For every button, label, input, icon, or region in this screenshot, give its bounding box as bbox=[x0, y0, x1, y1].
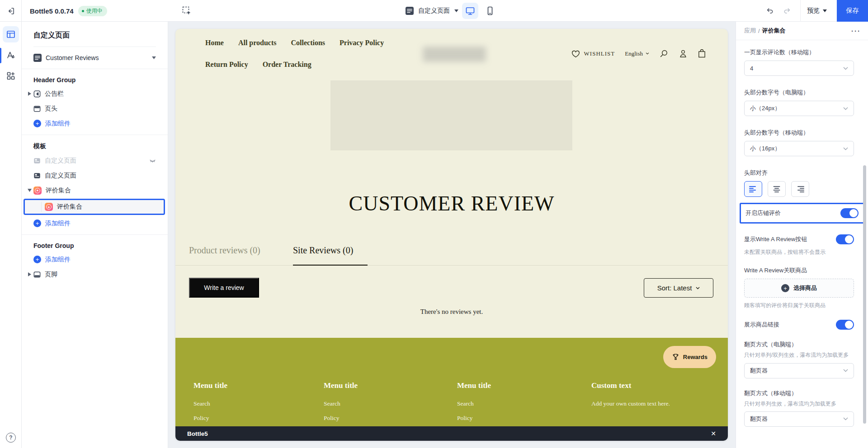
sidebar-item-announcement-bar[interactable]: 公告栏 bbox=[22, 86, 168, 101]
hidden-eye-icon[interactable] bbox=[149, 157, 156, 164]
section-footer-group: Footer Group bbox=[22, 235, 168, 252]
nav-link-all-products[interactable]: All products bbox=[238, 39, 277, 47]
apps-tool-button[interactable] bbox=[3, 68, 19, 84]
header-align-buttons bbox=[744, 181, 854, 197]
select-value: 翻页器 bbox=[750, 367, 768, 375]
layers-sidebar: 自定义页面 Customer Reviews Header Group 公告栏 … bbox=[22, 22, 168, 448]
chevron-down-icon[interactable] bbox=[26, 189, 33, 192]
image-placeholder bbox=[330, 80, 572, 150]
undo-button[interactable] bbox=[763, 4, 777, 18]
wishlist-link[interactable]: WISHLIST bbox=[571, 49, 615, 58]
enable-store-review-row-highlighted: 开启店铺评价 bbox=[740, 203, 865, 224]
sidebar-item-page-footer[interactable]: 页脚 bbox=[22, 267, 168, 282]
sidebar-item-review-collection[interactable]: ★ 评价集合 bbox=[22, 183, 168, 198]
tab-site-reviews[interactable]: Site Reviews (0) bbox=[293, 245, 353, 256]
branding-label: Bottle5 bbox=[187, 430, 208, 437]
page-dropdown[interactable]: Customer Reviews bbox=[22, 47, 168, 69]
account-icon[interactable] bbox=[679, 49, 688, 58]
sort-dropdown[interactable]: Sort: Latest bbox=[644, 278, 713, 298]
settings-breadcrumb: 应用 / 评价集合 ··· bbox=[736, 22, 868, 40]
chevron-down-icon bbox=[843, 417, 848, 420]
search-icon[interactable] bbox=[659, 49, 669, 58]
sidebar-item-page-header[interactable]: 页头 bbox=[22, 101, 168, 116]
panel-scrollbar-thumb[interactable] bbox=[863, 165, 866, 424]
show-product-link-toggle[interactable] bbox=[836, 320, 854, 330]
breadcrumb-root[interactable]: 应用 bbox=[744, 27, 756, 35]
preview-button[interactable]: 预览 bbox=[807, 7, 827, 15]
field-helper-text: 未配置关联商品，按钮将不会显示 bbox=[744, 248, 854, 256]
rewards-widget-button[interactable]: Rewards bbox=[663, 346, 716, 368]
header-score-size-mobile-select[interactable]: 小（16px） bbox=[744, 141, 854, 156]
add-component-button-template[interactable]: + 添加组件 bbox=[22, 216, 168, 231]
align-center-button[interactable] bbox=[768, 181, 786, 197]
storefront-preview: Home All products Collections Privacy Po… bbox=[175, 29, 728, 441]
footer-link-policy[interactable]: Policy bbox=[324, 415, 437, 422]
nav-link-privacy-policy[interactable]: Privacy Policy bbox=[340, 39, 384, 47]
sidebar-item-label: 页头 bbox=[45, 105, 57, 113]
footer-link-search[interactable]: Search bbox=[193, 400, 307, 407]
mobile-view-button[interactable] bbox=[482, 3, 498, 19]
pagination-mobile-select[interactable]: 翻页器 bbox=[744, 411, 854, 427]
page-dropdown-value: Customer Reviews bbox=[46, 54, 148, 61]
show-write-review-toggle[interactable] bbox=[836, 234, 854, 244]
chevron-right-icon[interactable] bbox=[26, 92, 33, 96]
sidebar-item-custom-page[interactable]: 自定义页面 bbox=[22, 168, 168, 183]
language-value: English bbox=[625, 50, 643, 57]
field-label: Write A Review关联商品 bbox=[744, 266, 854, 275]
nav-link-order-tracking[interactable]: Order Tracking bbox=[263, 61, 311, 69]
chevron-down-icon bbox=[823, 9, 827, 12]
nav-link-return-policy[interactable]: Return Policy bbox=[205, 61, 248, 69]
settings-panel: 应用 / 评价集合 ··· 一页显示评论数（移动端） 4 头部分数字号（电脑端）… bbox=[736, 22, 868, 448]
chevron-right-icon[interactable] bbox=[26, 272, 33, 276]
footer-link-search[interactable]: Search bbox=[324, 400, 437, 407]
redo-button[interactable] bbox=[780, 4, 794, 18]
footer-menu-column: Menu title Search Policy bbox=[457, 381, 570, 429]
footer-link-search[interactable]: Search bbox=[457, 400, 570, 407]
plus-circle-icon: + bbox=[781, 284, 789, 292]
chevron-down-icon bbox=[646, 52, 649, 55]
add-component-button-header[interactable]: + 添加组件 bbox=[22, 116, 168, 131]
settings-body: 一页显示评论数（移动端） 4 头部分数字号（电脑端） 小（24px） 头部分数字… bbox=[736, 40, 868, 427]
save-button[interactable]: 保存 bbox=[837, 0, 868, 22]
align-right-button[interactable] bbox=[791, 181, 809, 197]
theme-styles-tool-button[interactable] bbox=[3, 47, 19, 63]
page-card-icon bbox=[33, 172, 41, 179]
chevron-down-icon bbox=[843, 147, 848, 150]
pagination-desktop-select[interactable]: 翻页器 bbox=[744, 363, 854, 378]
active-tab-underline bbox=[293, 265, 368, 266]
add-component-button-footer[interactable]: + 添加组件 bbox=[22, 252, 168, 267]
footer-link-policy[interactable]: Policy bbox=[457, 415, 570, 422]
reviews-per-page-mobile-select[interactable]: 4 bbox=[744, 61, 854, 76]
plus-circle-icon: + bbox=[33, 256, 41, 263]
footer-link-policy[interactable]: Policy bbox=[193, 415, 307, 422]
align-left-button[interactable] bbox=[744, 181, 762, 197]
rewards-label: Rewards bbox=[683, 354, 708, 360]
sidebar-item-custom-page-hidden[interactable]: 自定义页面 bbox=[22, 153, 168, 168]
status-badge: 使用中 bbox=[78, 6, 107, 16]
enable-store-review-toggle[interactable] bbox=[840, 208, 859, 218]
field-helper-text: 只针对单列生效，瀑布流均为加载更多 bbox=[744, 400, 854, 407]
sections-tool-button[interactable] bbox=[3, 26, 19, 42]
sidebar-item-review-collection-child-selected[interactable]: ★ 评价集合 bbox=[24, 199, 165, 215]
field-label: 头部分数字号（移动端） bbox=[744, 129, 854, 137]
nav-link-home[interactable]: Home bbox=[205, 39, 224, 47]
desktop-view-button[interactable] bbox=[462, 3, 478, 19]
close-icon[interactable]: ✕ bbox=[711, 430, 716, 437]
write-review-button[interactable]: Write a review bbox=[189, 278, 259, 298]
more-options-icon[interactable]: ··· bbox=[851, 27, 861, 35]
help-button[interactable]: ? bbox=[0, 433, 22, 443]
layout-sections-icon bbox=[6, 29, 16, 39]
tab-product-reviews[interactable]: Product reviews (0) bbox=[189, 245, 260, 256]
exit-editor-button[interactable] bbox=[0, 0, 22, 22]
language-selector[interactable]: English bbox=[625, 50, 649, 57]
select-products-button[interactable]: + 选择商品 bbox=[744, 279, 854, 298]
header-score-size-desktop-select[interactable]: 小（24px） bbox=[744, 101, 854, 116]
store-logo-blurred bbox=[423, 47, 486, 62]
cart-icon[interactable] bbox=[698, 49, 706, 58]
field-label: 头部对齐 bbox=[744, 169, 854, 177]
page-selector[interactable]: 自定义页面 bbox=[418, 7, 450, 15]
chevron-down-icon[interactable] bbox=[454, 9, 458, 12]
review-app-icon: ★ bbox=[33, 187, 42, 195]
nav-link-collections[interactable]: Collections bbox=[291, 39, 325, 47]
star-icon: ★ bbox=[46, 204, 52, 210]
